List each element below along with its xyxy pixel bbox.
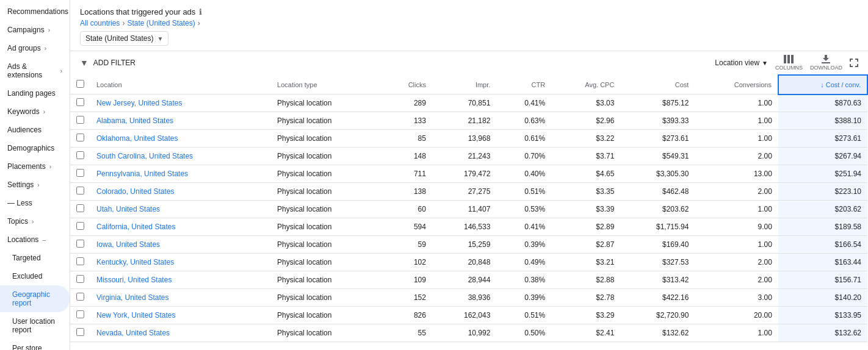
- row-location-type: Physical location: [271, 236, 382, 254]
- row-clicks: 152: [382, 289, 432, 307]
- row-checkbox[interactable]: [76, 222, 84, 230]
- sidebar-item-geographic-report[interactable]: Geographic report: [0, 285, 70, 312]
- row-clicks: 109: [382, 271, 432, 289]
- location-dropdown[interactable]: State (United States) ▼: [80, 31, 168, 46]
- sidebar-item-excluded[interactable]: Excluded: [0, 267, 70, 285]
- row-location[interactable]: Nevada, United States: [90, 324, 271, 342]
- row-checkbox[interactable]: [76, 169, 84, 177]
- columns-button[interactable]: COLUMNS: [775, 55, 803, 71]
- row-avg-cpc: $3.03: [551, 95, 620, 112]
- row-checkbox[interactable]: [76, 257, 84, 265]
- table-row: Missouri, United StatesPhysical location…: [70, 271, 867, 289]
- col-header-impr[interactable]: Impr.: [432, 75, 496, 95]
- select-all-checkbox[interactable]: [76, 80, 84, 88]
- row-location[interactable]: Utah, United States: [90, 201, 271, 218]
- table-row: Oklahoma, United StatesPhysical location…: [70, 130, 867, 148]
- sidebar-item-topics[interactable]: Topics›: [0, 212, 70, 230]
- row-checkbox[interactable]: [76, 116, 84, 124]
- row-checkbox[interactable]: [76, 310, 84, 318]
- sidebar-item-landing-pages[interactable]: Landing pages: [0, 84, 70, 102]
- row-location[interactable]: Alabama, United States: [90, 112, 271, 130]
- row-checkbox[interactable]: [76, 204, 84, 212]
- sidebar-item-ad-groups[interactable]: Ad groups›: [0, 39, 70, 57]
- col-header-clicks[interactable]: Clicks: [382, 75, 432, 95]
- sidebar-item-locations[interactable]: Locations–: [0, 230, 70, 249]
- row-conversions: 2.00: [695, 254, 778, 271]
- sidebar-item-label: Recommendations: [7, 7, 68, 16]
- sidebar-item--less[interactable]: — Less: [0, 194, 70, 212]
- sidebar-item-placements[interactable]: Placements›: [0, 157, 70, 176]
- add-filter-button[interactable]: ADD FILTER: [93, 59, 136, 67]
- row-checkbox[interactable]: [76, 98, 84, 106]
- location-view-arrow-icon: ▼: [762, 60, 768, 66]
- breadcrumb-all-countries[interactable]: All countries: [80, 19, 120, 27]
- row-checkbox-cell: [70, 254, 90, 271]
- row-location-type: Physical location: [271, 271, 382, 289]
- row-location[interactable]: Oklahoma, United States: [90, 130, 271, 148]
- table-body: New Jersey, United StatesPhysical locati…: [70, 95, 867, 342]
- row-location[interactable]: New Jersey, United States: [90, 95, 271, 112]
- row-location[interactable]: California, United States: [90, 218, 271, 236]
- row-location-type: Physical location: [271, 201, 382, 218]
- sidebar-item-recommendations[interactable]: Recommendations: [0, 2, 70, 21]
- row-cost: $1,715.94: [620, 218, 695, 236]
- sidebar-item-audiences[interactable]: Audiences: [0, 121, 70, 139]
- row-location[interactable]: South Carolina, United States: [90, 148, 271, 165]
- row-cost-conv: $156.71: [778, 271, 867, 289]
- col-header-location[interactable]: Location: [90, 75, 271, 95]
- row-clicks: 148: [382, 148, 432, 165]
- sidebar-item-ads-extensions[interactable]: Ads & extensions›: [0, 57, 70, 84]
- breadcrumb-state[interactable]: State (United States): [127, 19, 195, 27]
- sidebar-item-settings[interactable]: Settings›: [0, 176, 70, 194]
- row-cost: $2,720.90: [620, 307, 695, 324]
- row-checkbox[interactable]: [76, 151, 84, 159]
- row-ctr: 0.51%: [496, 307, 551, 324]
- row-checkbox-cell: [70, 183, 90, 201]
- sidebar-item-label: Settings: [7, 180, 34, 189]
- row-impr: 20,848: [432, 254, 496, 271]
- svg-rect-1: [787, 55, 790, 63]
- download-button[interactable]: DOWNLOAD: [810, 55, 842, 71]
- col-header-ctr[interactable]: CTR: [496, 75, 551, 95]
- row-checkbox-cell: [70, 165, 90, 183]
- col-header-avg-cpc[interactable]: Avg. CPC: [551, 75, 620, 95]
- row-location[interactable]: Kentucky, United States: [90, 254, 271, 271]
- row-ctr: 0.41%: [496, 218, 551, 236]
- sidebar-item-demographics[interactable]: Demographics: [0, 139, 70, 157]
- sidebar-item-campaigns[interactable]: Campaigns›: [0, 21, 70, 39]
- sidebar-item-targeted[interactable]: Targeted: [0, 249, 70, 267]
- row-cost-conv: $132.62: [778, 324, 867, 342]
- row-avg-cpc: $2.41: [551, 324, 620, 342]
- row-cost-conv: $140.20: [778, 289, 867, 307]
- row-conversions: 2.00: [695, 183, 778, 201]
- row-location[interactable]: Iowa, United States: [90, 236, 271, 254]
- row-checkbox[interactable]: [76, 134, 84, 141]
- col-header-cost[interactable]: Cost: [620, 75, 695, 95]
- row-checkbox-cell: [70, 112, 90, 130]
- row-impr: 70,851: [432, 95, 496, 112]
- col-header-location-type[interactable]: Location type: [271, 75, 382, 95]
- row-avg-cpc: $3.29: [551, 307, 620, 324]
- col-header-cost-conv[interactable]: ↓ Cost / conv.: [778, 75, 867, 95]
- row-checkbox[interactable]: [76, 240, 84, 248]
- row-checkbox[interactable]: [76, 275, 84, 283]
- row-location[interactable]: New York, United States: [90, 307, 271, 324]
- sidebar-item-keywords[interactable]: Keywords›: [0, 102, 70, 121]
- row-location[interactable]: Colorado, United States: [90, 183, 271, 201]
- row-location[interactable]: Missouri, United States: [90, 271, 271, 289]
- breadcrumb-sep1: ›: [122, 19, 125, 27]
- sidebar-item-user-location-report[interactable]: User location report: [0, 312, 70, 339]
- row-location[interactable]: Pennsylvania, United States: [90, 165, 271, 183]
- row-location[interactable]: Virginia, United States: [90, 289, 271, 307]
- row-ctr: 0.53%: [496, 201, 551, 218]
- col-header-conversions[interactable]: Conversions: [695, 75, 778, 95]
- row-avg-cpc: $4.65: [551, 165, 620, 183]
- table-header: Location Location type Clicks Impr. CTR …: [70, 75, 867, 95]
- row-checkbox[interactable]: [76, 328, 84, 336]
- sidebar-item-per-store-report[interactable]: Per store report: [0, 339, 70, 350]
- row-checkbox[interactable]: [76, 293, 84, 301]
- location-view-dropdown[interactable]: Location view ▼: [715, 59, 768, 67]
- row-avg-cpc: $2.88: [551, 271, 620, 289]
- row-checkbox[interactable]: [76, 187, 84, 195]
- expand-button[interactable]: [850, 59, 858, 67]
